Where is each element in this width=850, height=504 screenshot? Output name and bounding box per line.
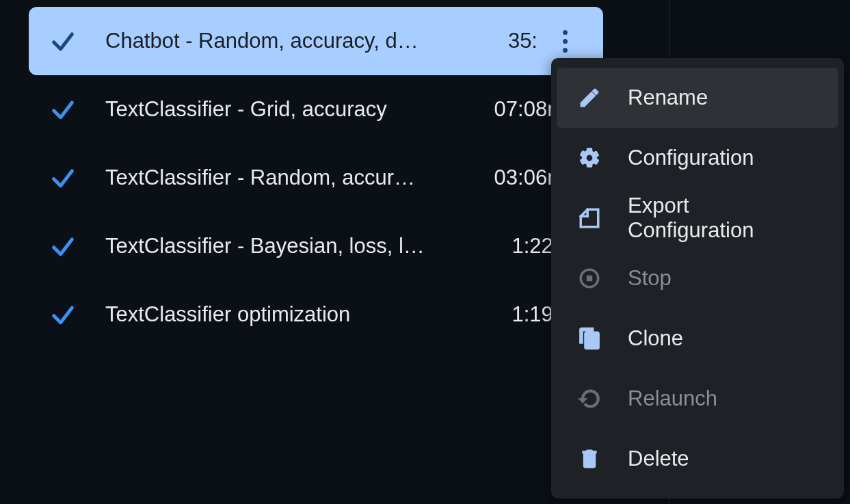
delete-icon — [576, 445, 603, 473]
edit-icon — [576, 84, 603, 111]
context-menu: Rename Configuration Export Configuratio… — [551, 58, 844, 499]
stop-icon — [576, 265, 603, 292]
clone-icon — [576, 325, 603, 352]
experiment-row[interactable]: TextClassifier - Random, accur… 03:06m — [29, 144, 603, 212]
menu-item-delete[interactable]: Delete — [551, 429, 844, 489]
menu-item-configuration[interactable]: Configuration — [551, 128, 844, 188]
experiment-row[interactable]: TextClassifier - Bayesian, loss, l… 1:22… — [29, 212, 603, 280]
menu-label: Export Configuration — [628, 194, 819, 243]
svg-rect-1 — [587, 276, 593, 282]
gear-icon — [576, 144, 603, 172]
more-vert-icon — [563, 30, 568, 53]
check-icon — [48, 231, 78, 261]
check-icon — [48, 163, 78, 193]
experiment-name: Chatbot - Random, accuracy, d… — [105, 29, 508, 53]
menu-label: Stop — [628, 266, 672, 291]
check-icon — [48, 94, 78, 124]
experiment-duration: 35: — [508, 29, 537, 53]
experiment-name: TextClassifier optimization — [105, 302, 512, 327]
experiment-row[interactable]: TextClassifier - Grid, accuracy 07:08m — [29, 75, 603, 144]
check-icon — [48, 26, 78, 56]
menu-item-rename[interactable]: Rename — [557, 68, 838, 128]
menu-item-relaunch: Relaunch — [551, 369, 844, 429]
menu-label: Rename — [628, 85, 708, 110]
menu-item-stop: Stop — [551, 248, 844, 308]
menu-label: Delete — [628, 447, 689, 471]
menu-label: Configuration — [628, 146, 754, 170]
experiment-row[interactable]: TextClassifier optimization 1:19d — [29, 280, 603, 349]
menu-label: Relaunch — [628, 386, 717, 411]
experiment-name: TextClassifier - Bayesian, loss, l… — [105, 234, 512, 258]
menu-label: Clone — [628, 326, 683, 351]
menu-item-clone[interactable]: Clone — [551, 308, 844, 369]
menu-item-export-configuration[interactable]: Export Configuration — [551, 188, 844, 248]
export-icon — [576, 204, 603, 232]
experiment-row[interactable]: Chatbot - Random, accuracy, d… 35: — [29, 7, 603, 75]
experiment-list: Chatbot - Random, accuracy, d… 35: TextC… — [29, 0, 603, 356]
relaunch-icon — [576, 385, 603, 412]
experiment-name: TextClassifier - Grid, accuracy — [105, 97, 494, 122]
kebab-menu-button[interactable] — [551, 27, 579, 55]
experiment-name: TextClassifier - Random, accur… — [105, 165, 494, 190]
check-icon — [48, 300, 78, 330]
